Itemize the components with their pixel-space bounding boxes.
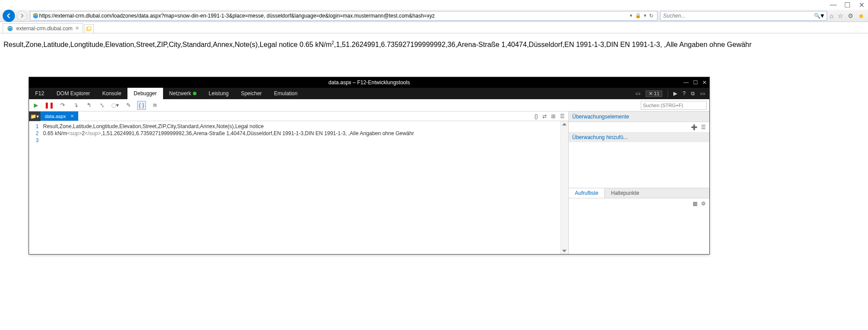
devtools-window: data.aspx – F12-Entwicklungstools — ☐ ✕ … [29, 77, 710, 255]
search-icon[interactable]: 🔍 [814, 13, 821, 19]
nav-back-button[interactable] [3, 10, 15, 22]
word-wrap-icon[interactable]: ≋ [150, 101, 159, 110]
step-over-icon[interactable]: ↷ [58, 101, 67, 110]
line-gutter: 123 [29, 121, 41, 254]
callstack-options-icon[interactable]: ⚙ [701, 201, 706, 207]
browser-tab[interactable]: external-crm.dlubal.com ✕ [3, 23, 83, 33]
callstack-frame-icon[interactable]: ▦ [693, 201, 697, 207]
network-record-icon [193, 92, 196, 95]
step-into-icon[interactable]: ↴ [71, 101, 80, 110]
search-dropdown-icon[interactable]: ▾ [821, 11, 824, 20]
error-count-badge[interactable]: ✕ 11 [646, 90, 662, 97]
code-editor[interactable]: 123 Result,Zone,Latitude,Longtitude,Elev… [29, 121, 568, 254]
search-field[interactable]: 🔍 ▾ [660, 11, 827, 21]
compare-icon[interactable]: ⇄ [542, 113, 547, 119]
result-text-suffix: ,1,51.2624991,6.735927199999992,36,Arena… [334, 41, 752, 48]
search-input[interactable] [663, 13, 814, 19]
tab-debugger[interactable]: Debugger [127, 88, 163, 99]
url-dropdown2-icon[interactable]: ▾ [644, 13, 646, 18]
file-tab-close-icon[interactable]: ✕ [70, 114, 74, 118]
lock-icon: 🔒 [635, 13, 641, 18]
url-field[interactable]: ▾ 🔒 ▾ ↻ [30, 11, 657, 21]
devtools-close-icon[interactable]: ✕ [702, 79, 707, 86]
tab-memory[interactable]: Speicher [235, 88, 268, 99]
help-icon[interactable]: ? [683, 90, 686, 97]
responsive-icon[interactable]: ▭ [636, 90, 640, 97]
address-bar: ▾ 🔒 ▾ ↻ 🔍 ▾ ⌂ ☆ ⚙ ☻ [0, 10, 868, 22]
pretty-print-icon[interactable]: { } [137, 101, 146, 110]
feedback-icon[interactable]: ☻ [858, 12, 864, 19]
tab-title: external-crm.dlubal.com [16, 25, 73, 32]
ie-icon [32, 12, 39, 19]
console-toggle-icon[interactable]: ▶ [673, 90, 677, 97]
favorites-icon[interactable]: ☆ [838, 12, 843, 19]
devtools-minimize-icon[interactable]: — [683, 79, 689, 86]
tab-network[interactable]: Netzwerk [163, 88, 203, 99]
maximize-button[interactable]: ☐ [844, 2, 850, 8]
tab-strip: external-crm.dlubal.com ✕ [0, 22, 868, 33]
play-icon[interactable]: ▶ [32, 101, 40, 110]
tab-f12[interactable]: F12 [29, 88, 51, 99]
url-dropdown-icon[interactable]: ▾ [630, 13, 632, 18]
step-out-icon[interactable]: ↰ [84, 101, 93, 110]
devtools-maximize-icon[interactable]: ☐ [693, 79, 698, 86]
new-tab-button[interactable] [84, 24, 94, 33]
pretty-icon[interactable]: {} [534, 113, 538, 119]
add-watch-icon[interactable]: ➕ [691, 124, 697, 130]
code-content: Result,Zone,Latitude,Longtitude,Elevatio… [41, 121, 560, 254]
svg-rect-3 [87, 27, 91, 30]
nav-forward-button[interactable] [17, 11, 27, 21]
dock-icon[interactable]: ▭ [700, 90, 705, 97]
devtools-titlebar: data.aspx – F12-Entwicklungstools — ☐ ✕ [29, 77, 709, 88]
watch-panel-header: Überwachungselemente [569, 111, 709, 122]
file-picker-icon[interactable]: 📁▾ [29, 111, 40, 121]
ie-icon [7, 25, 14, 32]
pin-icon[interactable]: ⧉ [691, 90, 695, 97]
close-button[interactable]: ✕ [858, 2, 864, 8]
file-options-icon[interactable]: ☰ [560, 113, 565, 119]
result-text-prefix: Result,Zone,Latitude,Longtitude,Elevatio… [4, 41, 332, 48]
minimize-button[interactable]: — [830, 2, 836, 8]
code-scrollbar[interactable] [560, 121, 568, 254]
tab-dom[interactable]: DOM Explorer [51, 88, 96, 99]
page-body: Result,Zone,Latitude,Longtitude,Elevatio… [0, 33, 868, 56]
source-map-icon[interactable]: ⊞ [551, 113, 556, 119]
new-tab-icon [86, 26, 91, 32]
pause-icon[interactable]: ❚❚ [45, 101, 54, 110]
breakpoints-tab[interactable]: Haltepunkte [605, 188, 645, 198]
tools-icon[interactable]: ⚙ [848, 12, 853, 19]
watch-list-icon[interactable]: ☰ [701, 124, 706, 130]
debugger-toolbar: ▶ ❚❚ ↷ ↴ ↰ ⤣ ◌▾ ✎ { } ≋ [29, 99, 709, 111]
file-tab-data-aspx[interactable]: data.aspx ✕ [40, 111, 78, 121]
watch-quick-icon[interactable]: ✎ [124, 101, 133, 110]
home-icon[interactable]: ⌂ [830, 12, 833, 19]
exception-icon[interactable]: ◌▾ [111, 101, 120, 110]
tab-close-icon[interactable]: ✕ [75, 25, 79, 31]
tab-emulation[interactable]: Emulation [268, 88, 304, 99]
debugger-search-input[interactable] [641, 101, 707, 110]
callstack-tab[interactable]: Aufrufliste [569, 188, 605, 198]
devtools-tabs: F12 DOM Explorer Konsole Debugger Netzwe… [29, 88, 709, 99]
tab-console[interactable]: Konsole [96, 88, 127, 99]
refresh-icon[interactable]: ↻ [649, 13, 654, 19]
break-new-worker-icon[interactable]: ⤣ [98, 101, 106, 110]
devtools-title: data.aspx – F12-Entwicklungstools [328, 79, 410, 86]
file-tab-label: data.aspx [45, 114, 66, 119]
add-watch-row[interactable]: Überwachung hinzufü... [569, 133, 709, 142]
tab-performance[interactable]: Leistung [203, 88, 235, 99]
url-input[interactable] [39, 13, 630, 19]
